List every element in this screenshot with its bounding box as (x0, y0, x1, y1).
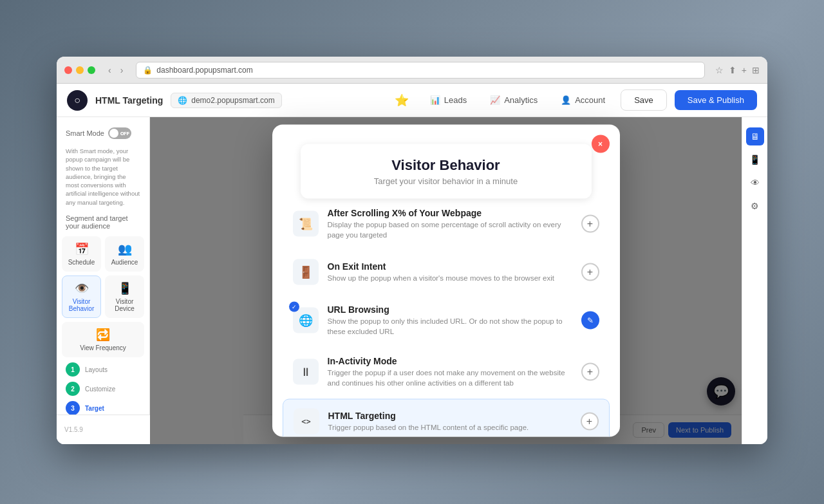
bookmark-icon[interactable]: ☆ (715, 65, 724, 75)
modal-item-exit-intent-title: On Exit Intent (328, 261, 572, 272)
right-icon-desktop[interactable]: 🖥 (746, 127, 764, 145)
step-circle-3: 3 (66, 401, 80, 415)
toggle-state: OFF (120, 131, 129, 136)
address-bar[interactable]: 🔒 dashboard.popupsmart.com (136, 62, 704, 79)
modal-item-in-activity-desc: Trigger the popup if a user does not mak… (328, 368, 572, 388)
star-icon-button[interactable]: ⭐ (389, 88, 415, 113)
app-content: Smart Mode OFF With Smart mode, your pop… (57, 117, 767, 444)
close-button[interactable] (64, 66, 72, 74)
main-panel: × Visitor Behavior Target your visitor b… (150, 117, 742, 444)
modal-subtitle: Target your visitor behavior in a minute (316, 176, 576, 186)
footer-version: V1.5.9 (64, 426, 83, 433)
right-icon-settings[interactable]: ⚙ (746, 197, 764, 215)
scroll-add-button[interactable]: + (581, 215, 599, 233)
modal-item-scroll[interactable]: 📜 After Scrolling X% of Your Webpage Dis… (283, 199, 610, 249)
modal-item-url-browsing-desc: Show the popup to only this included URL… (328, 316, 572, 337)
modal-item-in-activity[interactable]: ⏸ In-Activity Mode Trigger the popup if … (283, 347, 610, 397)
right-icon-mobile[interactable]: 📱 (746, 151, 764, 169)
browser-controls: ‹ › (106, 64, 126, 77)
step-name-target: Target (85, 405, 104, 412)
account-nav-item[interactable]: 👤 Account (553, 90, 613, 110)
save-publish-button[interactable]: Save & Publish (675, 90, 757, 110)
account-label: Account (575, 95, 605, 105)
html-targeting-icon: <> (294, 408, 319, 434)
lock-icon: 🔒 (143, 66, 153, 75)
step-row-customize: 2 Customize (66, 382, 140, 396)
scroll-icon: 📜 (293, 211, 319, 237)
right-icon-eye[interactable]: 👁 (746, 174, 764, 192)
sidebar-item-schedule-label: Schedule (68, 259, 95, 266)
sidebar: Smart Mode OFF With Smart mode, your pop… (57, 117, 150, 444)
html-targeting-add-button[interactable]: + (581, 412, 599, 430)
step-row-target: 3 Target (66, 401, 140, 415)
forward-button[interactable]: › (118, 64, 126, 77)
smart-mode-label: Smart Mode (66, 129, 104, 137)
smart-mode-toggle[interactable]: OFF (108, 127, 131, 139)
smart-mode-description: With Smart mode, your popup campaign wil… (62, 147, 144, 207)
modal-item-in-activity-title: In-Activity Mode (328, 356, 572, 366)
new-tab-icon[interactable]: + (742, 65, 747, 75)
save-button[interactable]: Save (621, 89, 667, 111)
right-sidebar: 🖥 📱 👁 ⚙ (742, 117, 767, 444)
sidebar-item-view-frequency[interactable]: 🔁 View Frequency (62, 322, 144, 357)
modal-item-html-targeting-desc: Trigger popup based on the HTML content … (328, 422, 572, 432)
analytics-label: Analytics (504, 95, 538, 105)
modal-item-scroll-desc: Display the popup based on some percenta… (328, 219, 572, 240)
modal-item-exit-intent[interactable]: 🚪 On Exit Intent Show up the popup when … (283, 250, 610, 294)
website-text: demo2.popupsmart.com (191, 96, 274, 105)
analytics-nav-item[interactable]: 📈 Analytics (482, 90, 545, 110)
toggle-knob (109, 129, 118, 138)
visitor-behavior-icon: 👁️ (75, 281, 89, 295)
exit-intent-add-button[interactable]: + (581, 263, 599, 281)
modal-item-url-browsing[interactable]: ✓ 🌐 URL Browsing Show the popup to only … (283, 295, 610, 346)
browser-right-controls: ☆ ⬆ + ⊞ (715, 65, 760, 75)
sidebar-item-visitor-device[interactable]: 📱 Visitor Device (105, 275, 144, 318)
desktop: ‹ › 🔒 dashboard.popupsmart.com ☆ ⬆ + ⊞ ○… (0, 0, 824, 504)
maximize-button[interactable] (88, 66, 95, 74)
logo-icon: ○ (74, 95, 80, 106)
account-icon: 👤 (561, 95, 571, 105)
modal-item-scroll-text: After Scrolling X% of Your Webpage Displ… (328, 208, 572, 240)
sidebar-item-visitor-device-label: Visitor Device (108, 298, 141, 312)
url-browsing-edit-button[interactable]: ✎ (581, 312, 599, 330)
traffic-lights (64, 66, 95, 74)
sidebar-grid: 📅 Schedule 👥 Audience 👁️ Visitor Behavio… (62, 236, 144, 357)
modal-item-url-browsing-title: URL Browsing (328, 304, 572, 315)
minimize-button[interactable] (76, 66, 84, 74)
app-logo: ○ (67, 90, 88, 111)
smart-mode-row: Smart Mode OFF (62, 127, 144, 139)
step-name-layouts: Layouts (85, 366, 108, 373)
modal-items-area: 📜 After Scrolling X% of Your Webpage Dis… (272, 199, 620, 437)
sidebar-item-visitor-behavior[interactable]: 👁️ Visitor Behavior (62, 275, 101, 318)
modal-item-exit-intent-text: On Exit Intent Show up the popup when a … (328, 261, 572, 283)
in-activity-icon: ⏸ (293, 359, 319, 385)
url-text: dashboard.popupsmart.com (156, 66, 252, 75)
modal-item-url-browsing-text: URL Browsing Show the popup to only this… (328, 304, 572, 337)
modal-title: Visitor Behavior (316, 157, 576, 174)
modal-header: × Visitor Behavior Target your visitor b… (272, 125, 620, 199)
modal-item-html-targeting[interactable]: <> HTML Targeting Trigger popup based on… (283, 398, 610, 436)
sidebar-item-audience[interactable]: 👥 Audience (105, 236, 144, 272)
modal-item-html-targeting-title: HTML Targeting (328, 410, 572, 420)
sidebar-item-schedule[interactable]: 📅 Schedule (62, 236, 101, 272)
page-title: HTML Targeting (95, 95, 163, 106)
website-badge[interactable]: 🌐 demo2.popupsmart.com (171, 93, 281, 108)
back-button[interactable]: ‹ (106, 64, 114, 77)
browser-window: ‹ › 🔒 dashboard.popupsmart.com ☆ ⬆ + ⊞ ○… (57, 57, 767, 444)
app-footer: V1.5.9 (57, 415, 150, 444)
modal-close-button[interactable]: × (592, 135, 610, 153)
step-circle-1: 1 (66, 362, 80, 377)
globe-icon: 🌐 (178, 96, 187, 105)
step-row-layouts: 1 Layouts (66, 362, 140, 377)
in-activity-add-button[interactable]: + (581, 363, 599, 381)
step-name-customize: Customize (85, 386, 115, 393)
app-header: ○ HTML Targeting 🌐 demo2.popupsmart.com … (57, 84, 767, 117)
url-browsing-icon: 🌐 (293, 308, 319, 333)
view-frequency-icon: 🔁 (96, 328, 110, 342)
leads-nav-item[interactable]: 📊 Leads (422, 90, 474, 110)
schedule-icon: 📅 (75, 242, 89, 256)
share-icon[interactable]: ⬆ (729, 65, 736, 75)
grid-icon[interactable]: ⊞ (752, 65, 760, 75)
modal-backdrop[interactable]: × Visitor Behavior Target your visitor b… (150, 117, 742, 444)
modal-inner-card: Visitor Behavior Target your visitor beh… (301, 144, 592, 199)
